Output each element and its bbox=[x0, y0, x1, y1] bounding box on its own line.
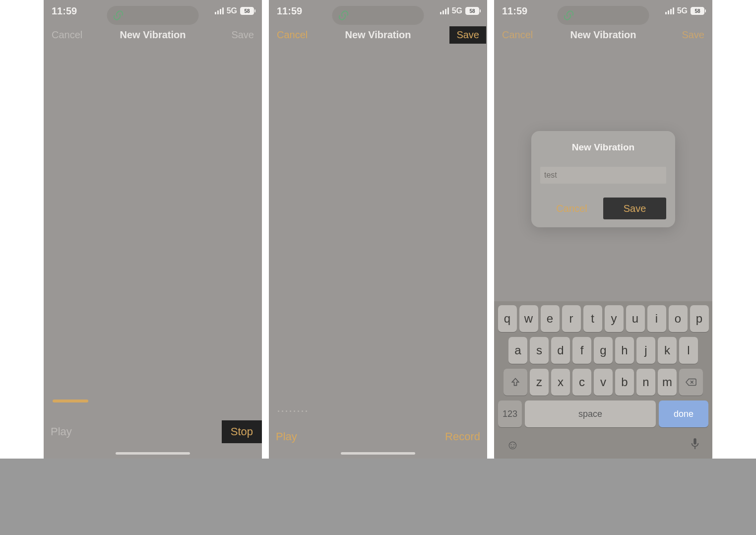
signal-icon bbox=[440, 7, 449, 14]
home-indicator[interactable] bbox=[116, 452, 190, 455]
key-delete[interactable] bbox=[679, 369, 703, 396]
emoji-icon[interactable]: ☺ bbox=[506, 437, 519, 454]
mic-icon[interactable] bbox=[690, 437, 700, 454]
signal-icon bbox=[665, 7, 674, 14]
key-z[interactable]: z bbox=[530, 369, 549, 396]
keyboard-row-3: z x c v b n m bbox=[496, 369, 710, 396]
page-title: New Vibration bbox=[120, 29, 186, 41]
cancel-button[interactable]: Cancel bbox=[502, 29, 533, 41]
key-m[interactable]: m bbox=[658, 369, 677, 396]
key-i[interactable]: i bbox=[647, 305, 666, 332]
key-b[interactable]: b bbox=[615, 369, 634, 396]
cancel-button[interactable]: Cancel bbox=[52, 29, 82, 41]
cancel-button[interactable]: Cancel bbox=[277, 29, 308, 41]
nav-bar: Cancel New Vibration Save bbox=[269, 22, 487, 48]
key-v[interactable]: v bbox=[594, 369, 613, 396]
network-label: 5G bbox=[227, 6, 237, 15]
vibration-name-input[interactable] bbox=[540, 167, 666, 184]
record-button[interactable]: Record bbox=[445, 430, 480, 443]
key-y[interactable]: y bbox=[605, 305, 624, 332]
dialog-title: New Vibration bbox=[540, 142, 666, 153]
screenshot-recorded: 11:59 5G 58 Cancel New Vibration Save Pl… bbox=[269, 0, 487, 459]
link-icon bbox=[563, 9, 575, 22]
network-label: 5G bbox=[452, 6, 462, 15]
key-space[interactable]: space bbox=[525, 401, 656, 427]
play-button: Play bbox=[51, 425, 72, 438]
screenshot-naming: 11:59 5G 58 Cancel New Vibration Save Ne… bbox=[494, 0, 712, 459]
svg-rect-0 bbox=[693, 438, 696, 445]
vibration-progress bbox=[53, 400, 253, 402]
key-q[interactable]: q bbox=[498, 305, 517, 332]
link-icon bbox=[112, 9, 125, 22]
key-x[interactable]: x bbox=[551, 369, 570, 396]
key-e[interactable]: e bbox=[541, 305, 560, 332]
key-p[interactable]: p bbox=[690, 305, 709, 332]
key-123[interactable]: 123 bbox=[498, 401, 522, 427]
status-time: 11:59 bbox=[52, 5, 77, 17]
status-time: 11:59 bbox=[502, 5, 527, 17]
battery-icon: 58 bbox=[240, 7, 254, 15]
dialog-save-button[interactable]: Save bbox=[603, 198, 666, 219]
nav-bar: Cancel New Vibration Save bbox=[44, 22, 262, 48]
key-shift[interactable] bbox=[504, 369, 527, 396]
key-k[interactable]: k bbox=[658, 337, 677, 364]
key-j[interactable]: j bbox=[636, 337, 655, 364]
key-c[interactable]: c bbox=[572, 369, 591, 396]
keyboard-row-1: q w e r t y u i o p bbox=[496, 305, 710, 332]
link-icon bbox=[337, 9, 350, 22]
status-time: 11:59 bbox=[277, 5, 302, 17]
status-bar: 11:59 5G 58 bbox=[44, 0, 262, 22]
stop-button[interactable]: Stop bbox=[222, 420, 262, 443]
dialog-cancel-button[interactable]: Cancel bbox=[540, 198, 603, 219]
screenshot-recording: 11:59 5G 58 Cancel New Vibration Save Pl… bbox=[44, 0, 262, 459]
battery-icon: 58 bbox=[465, 7, 479, 15]
key-f[interactable]: f bbox=[572, 337, 591, 364]
key-d[interactable]: d bbox=[551, 337, 570, 364]
key-n[interactable]: n bbox=[636, 369, 655, 396]
save-button[interactable]: Save bbox=[449, 26, 486, 44]
status-bar: 11:59 5G 58 bbox=[269, 0, 487, 22]
status-bar: 11:59 5G 58 bbox=[494, 0, 712, 22]
key-g[interactable]: g bbox=[594, 337, 613, 364]
name-vibration-dialog: New Vibration Cancel Save bbox=[531, 131, 675, 227]
keyboard-row-2: a s d f g h j k l bbox=[496, 337, 710, 364]
page-title: New Vibration bbox=[570, 29, 636, 41]
keyboard-row-fn: 123 space done bbox=[496, 401, 710, 427]
key-h[interactable]: h bbox=[615, 337, 634, 364]
keyboard: q w e r t y u i o p a s d f g h j k l z bbox=[494, 301, 712, 459]
nav-bar: Cancel New Vibration Save bbox=[494, 22, 712, 48]
network-label: 5G bbox=[677, 6, 688, 15]
save-button: Save bbox=[231, 29, 254, 41]
battery-icon: 58 bbox=[691, 7, 704, 15]
save-button[interactable]: Save bbox=[682, 29, 704, 41]
signal-icon bbox=[215, 7, 224, 14]
key-t[interactable]: t bbox=[583, 305, 602, 332]
key-done[interactable]: done bbox=[659, 401, 708, 427]
play-button[interactable]: Play bbox=[276, 430, 297, 443]
vibration-progress bbox=[278, 409, 478, 412]
key-r[interactable]: r bbox=[562, 305, 581, 332]
key-w[interactable]: w bbox=[519, 305, 538, 332]
key-o[interactable]: o bbox=[669, 305, 688, 332]
home-indicator[interactable] bbox=[341, 452, 415, 455]
key-s[interactable]: s bbox=[530, 337, 549, 364]
key-a[interactable]: a bbox=[508, 337, 527, 364]
key-u[interactable]: u bbox=[626, 305, 645, 332]
key-l[interactable]: l bbox=[679, 337, 698, 364]
page-title: New Vibration bbox=[345, 29, 411, 41]
